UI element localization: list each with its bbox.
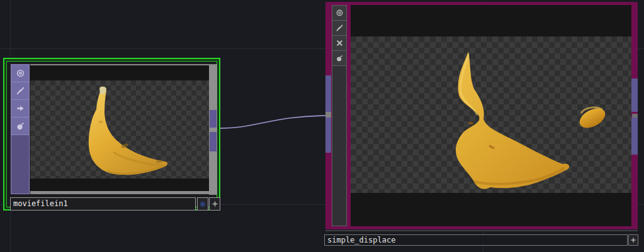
node-add-button[interactable]: [628, 234, 638, 246]
node-wire[interactable]: [216, 113, 327, 132]
output-connector[interactable]: [631, 118, 638, 155]
node-moviefilein1-body: moviefilein1: [6, 61, 217, 207]
node-add-button[interactable]: [209, 197, 220, 211]
node-simple-displace[interactable]: [325, 2, 638, 229]
export-flag-button[interactable]: [11, 100, 29, 118]
arrow-right-icon: [16, 104, 25, 113]
banana-image: [30, 65, 209, 191]
output-connector[interactable]: [210, 110, 217, 128]
network-editor-canvas[interactable]: moviefilein1: [0, 0, 644, 252]
node-bottom-edge: [325, 230, 638, 231]
bypass-flag-button[interactable]: [332, 21, 346, 36]
viewer-ring-icon: [336, 9, 344, 17]
node-moviefilein1[interactable]: moviefilein1: [3, 58, 220, 211]
wire-attach-marker: [325, 112, 331, 118]
close-x-icon: [336, 39, 344, 47]
node-name-field[interactable]: moviefilein1: [10, 197, 196, 211]
close-flag-button[interactable]: [332, 36, 346, 51]
banana-fragment: [576, 104, 608, 132]
lock-flag-button[interactable]: [11, 118, 29, 135]
bomb-icon: [16, 121, 25, 131]
output-connector-strip: [209, 65, 217, 195]
displaced-banana-image: [351, 5, 631, 226]
output-connector[interactable]: [631, 79, 638, 112]
node-viewer-simple-displace[interactable]: [351, 5, 631, 226]
node-viewer-frame: [30, 64, 217, 194]
node-color-button[interactable]: [197, 197, 208, 211]
lightning-icon: [336, 24, 344, 32]
viewer-flag-button[interactable]: [11, 65, 29, 82]
lock-flag-button[interactable]: [332, 51, 346, 66]
output-connector[interactable]: [210, 132, 217, 151]
output-connector-strip: [631, 2, 638, 229]
plus-star-icon: [211, 200, 219, 208]
blue-dot-icon: [199, 200, 206, 208]
viewer-flag-button[interactable]: [332, 6, 346, 21]
lightning-icon: [16, 86, 25, 96]
bomb-icon: [336, 54, 344, 62]
bypass-flag-button[interactable]: [11, 82, 29, 100]
node-name-field[interactable]: simple_displace: [324, 234, 628, 246]
node-flag-toolbar: [332, 5, 347, 226]
node-viewer-moviefilein1[interactable]: [30, 65, 209, 191]
node-name-bar: simple_displace: [324, 234, 638, 246]
node-flag-toolbar: [11, 64, 30, 194]
viewer-ring-icon: [16, 68, 25, 78]
plus-star-icon: [630, 236, 637, 244]
